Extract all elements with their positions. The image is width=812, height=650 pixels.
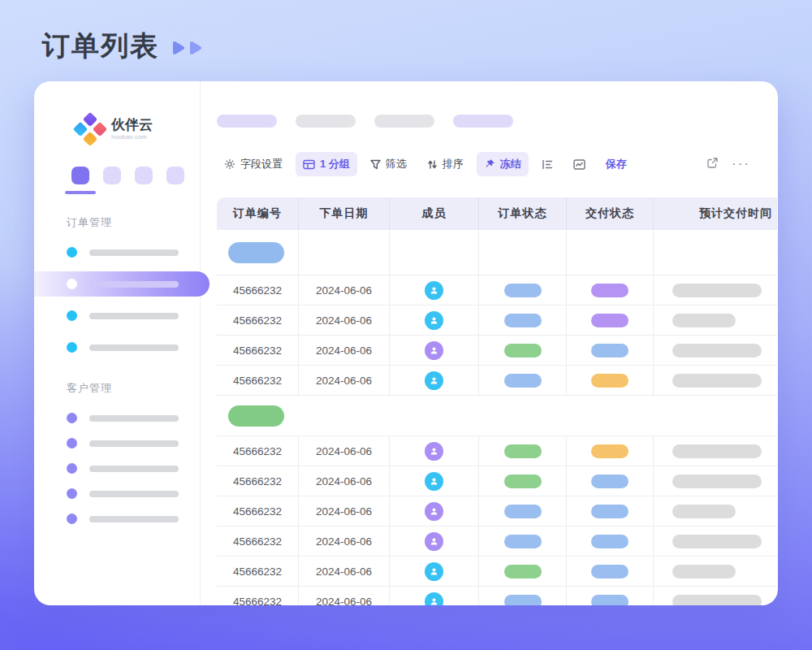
order-date-cell[interactable]: 2024-06-06: [299, 336, 390, 366]
order-no-cell[interactable]: 45666232: [217, 306, 299, 336]
delivery-status-cell[interactable]: [567, 436, 654, 466]
order-no-cell[interactable]: 45666232: [217, 557, 299, 587]
view-tab-placeholder-3[interactable]: [374, 115, 434, 128]
member-avatar[interactable]: [425, 281, 443, 300]
order-date-cell[interactable]: 2024-06-06: [299, 587, 390, 605]
eta-cell[interactable]: [654, 336, 777, 366]
column-header-6[interactable]: 预计交付时间: [654, 197, 777, 230]
member-avatar[interactable]: [425, 472, 443, 491]
table-row[interactable]: 456662322024-06-06: [217, 587, 777, 605]
toolbar-filter-button[interactable]: 筛选: [363, 152, 414, 176]
order-status-cell[interactable]: [479, 366, 567, 396]
order-status-pill[interactable]: [504, 374, 542, 388]
eta-cell[interactable]: [654, 466, 777, 496]
order-no-cell[interactable]: 45666232: [217, 587, 299, 605]
eta-cell[interactable]: [654, 496, 777, 526]
order-status-cell[interactable]: [479, 436, 567, 466]
member-cell[interactable]: [390, 366, 479, 396]
delivery-status-cell[interactable]: [567, 526, 654, 557]
delivery-status-pill[interactable]: [591, 344, 628, 358]
delivery-status-pill[interactable]: [591, 595, 628, 606]
toolbar-sort-button[interactable]: 排序: [420, 152, 471, 176]
sidebar-item-customers-3[interactable]: [34, 456, 200, 481]
order-status-cell[interactable]: [479, 275, 567, 306]
delivery-status-cell[interactable]: [567, 275, 654, 306]
member-avatar[interactable]: [425, 502, 443, 521]
member-avatar[interactable]: [425, 592, 443, 606]
order-no-cell[interactable]: 45666232: [217, 526, 299, 557]
member-cell[interactable]: [390, 306, 479, 336]
member-avatar[interactable]: [425, 442, 443, 461]
table-row[interactable]: 456662322024-06-06: [217, 275, 777, 306]
view-tab-placeholder-1[interactable]: [217, 115, 277, 128]
order-date-cell[interactable]: 2024-06-06: [299, 366, 390, 396]
delivery-status-pill[interactable]: [591, 284, 628, 297]
sidebar-item-orders-4[interactable]: [34, 335, 200, 360]
order-date-cell[interactable]: 2024-06-06: [299, 466, 390, 496]
column-header-5[interactable]: 交付状态: [567, 197, 654, 230]
toolbar-save-button[interactable]: 保存: [598, 152, 634, 176]
delivery-status-pill[interactable]: [591, 505, 628, 518]
table-row[interactable]: 456662322024-06-06: [217, 466, 777, 496]
eta-cell[interactable]: [654, 587, 777, 605]
sidebar-item-customers-1[interactable]: [34, 405, 200, 431]
view-tab-placeholder-2[interactable]: [296, 115, 356, 128]
member-cell[interactable]: [390, 336, 479, 366]
order-status-pill[interactable]: [504, 505, 542, 518]
eta-cell[interactable]: [654, 557, 777, 587]
delivery-status-cell[interactable]: [567, 587, 654, 605]
order-no-cell[interactable]: 45666232: [217, 275, 299, 306]
order-date-cell[interactable]: 2024-06-06: [299, 526, 390, 557]
member-avatar[interactable]: [425, 562, 443, 581]
toolbar-group-button[interactable]: 1 分组: [296, 152, 357, 176]
order-status-pill[interactable]: [504, 284, 542, 297]
order-no-cell[interactable]: 45666232: [217, 436, 299, 466]
delivery-status-cell[interactable]: [567, 306, 654, 336]
order-status-cell[interactable]: [479, 466, 567, 496]
view-tab-placeholder-4[interactable]: [453, 115, 513, 128]
delivery-status-pill[interactable]: [591, 314, 628, 327]
table-row[interactable]: 456662322024-06-06: [217, 336, 777, 366]
column-header-4[interactable]: 订单状态: [479, 197, 567, 230]
delivery-status-pill[interactable]: [591, 374, 628, 388]
delivery-status-pill[interactable]: [591, 474, 628, 488]
column-header-2[interactable]: 下单日期: [299, 197, 390, 230]
order-status-pill[interactable]: [504, 535, 542, 548]
group-header-cell[interactable]: [217, 396, 777, 436]
delivery-status-cell[interactable]: [567, 557, 654, 587]
sidebar-item-customers-4[interactable]: [34, 481, 200, 506]
sidebar-item-orders-3[interactable]: [34, 303, 200, 328]
workspace-tab-4[interactable]: [166, 167, 184, 184]
table-row[interactable]: 456662322024-06-06: [217, 436, 777, 466]
member-avatar[interactable]: [425, 371, 443, 390]
toolbar-chart-button[interactable]: [566, 154, 593, 175]
workspace-tab-2[interactable]: [103, 167, 121, 184]
order-status-pill[interactable]: [504, 565, 542, 578]
toolbar-share-button[interactable]: [706, 157, 719, 171]
order-no-cell[interactable]: 45666232: [217, 366, 299, 396]
order-date-cell[interactable]: 2024-06-06: [299, 436, 390, 466]
member-avatar[interactable]: [425, 341, 443, 360]
column-header-1[interactable]: 订单编号: [217, 197, 299, 230]
order-status-pill[interactable]: [504, 474, 542, 488]
order-status-cell[interactable]: [479, 557, 567, 587]
column-header-3[interactable]: 成员: [390, 197, 479, 230]
order-status-cell[interactable]: [479, 526, 567, 557]
sidebar-item-customers-5[interactable]: [34, 506, 200, 531]
order-status-cell[interactable]: [479, 336, 567, 366]
member-cell[interactable]: [390, 436, 479, 466]
sidebar-item-orders-1[interactable]: [34, 240, 200, 265]
eta-cell[interactable]: [654, 436, 777, 466]
member-cell[interactable]: [390, 557, 479, 587]
sidebar-item-orders-2[interactable]: [34, 271, 209, 297]
delivery-status-pill[interactable]: [591, 565, 628, 578]
workspace-tab-1[interactable]: [71, 167, 89, 184]
eta-cell[interactable]: [654, 526, 777, 557]
eta-cell[interactable]: [654, 275, 777, 306]
workspace-tab-3[interactable]: [135, 167, 153, 184]
toolbar-freeze-button[interactable]: 冻结: [477, 152, 529, 176]
member-cell[interactable]: [390, 496, 479, 526]
delivery-status-cell[interactable]: [567, 336, 654, 366]
member-avatar[interactable]: [425, 311, 443, 330]
order-date-cell[interactable]: 2024-06-06: [299, 306, 390, 336]
